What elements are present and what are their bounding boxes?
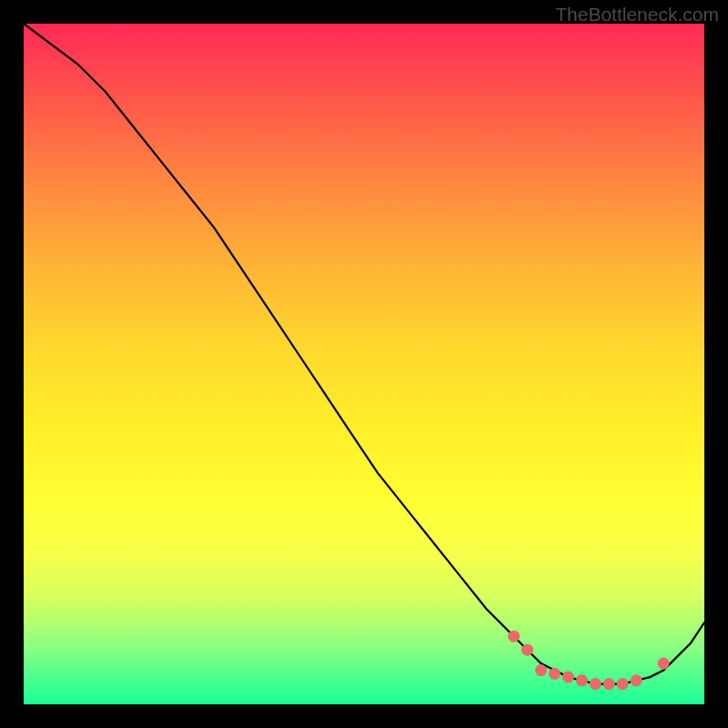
marker-dot bbox=[508, 631, 520, 642]
highlight-markers bbox=[508, 631, 670, 690]
plot-area bbox=[24, 24, 704, 704]
bottleneck-curve bbox=[24, 24, 704, 684]
marker-dot bbox=[603, 678, 615, 690]
marker-dot bbox=[590, 678, 602, 690]
marker-dot bbox=[521, 644, 533, 656]
curve-layer bbox=[24, 24, 704, 704]
marker-dot bbox=[535, 664, 547, 676]
marker-dot bbox=[658, 658, 670, 670]
marker-dot bbox=[617, 678, 629, 690]
marker-dot bbox=[562, 672, 574, 683]
marker-dot bbox=[576, 674, 588, 686]
marker-dot bbox=[631, 674, 642, 686]
chart-stage: TheBottleneck.com bbox=[0, 0, 728, 728]
watermark-text: TheBottleneck.com bbox=[555, 4, 719, 25]
marker-dot bbox=[549, 668, 561, 680]
